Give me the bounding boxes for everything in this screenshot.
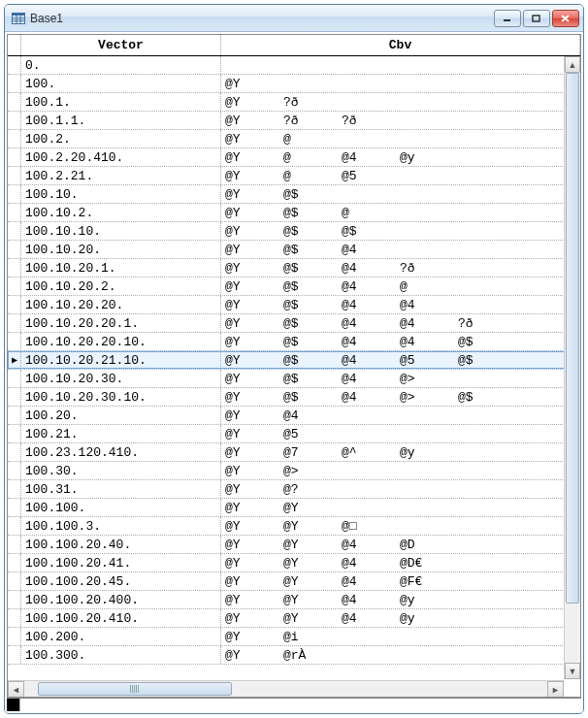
cell-vector[interactable]: 100.100.20.45.: [21, 572, 221, 590]
row-selector[interactable]: [8, 480, 21, 498]
column-header-vector[interactable]: Vector: [21, 35, 221, 55]
cell-vector[interactable]: 100.100.20.41.: [21, 554, 221, 571]
table-row[interactable]: 100.100.@Y@Y: [8, 499, 580, 517]
cell-vector[interactable]: 100.23.120.410.: [21, 443, 221, 461]
row-selector[interactable]: [8, 646, 21, 664]
table-row[interactable]: 100.100.3.@Y@Y@□: [8, 517, 580, 536]
vertical-scrollbar[interactable]: ▲ ▼: [564, 56, 580, 679]
table-row[interactable]: 100.2.20.410.@Y@@4@y: [8, 148, 580, 167]
cell-vector[interactable]: 100.100.: [21, 499, 221, 516]
cell-cbv[interactable]: @Y@@5: [221, 167, 580, 184]
cell-vector[interactable]: 100.2.: [21, 130, 221, 147]
table-row[interactable]: 100.10.@Y@$: [8, 185, 580, 204]
cell-cbv[interactable]: @Y@$@: [221, 204, 580, 221]
row-selector[interactable]: [8, 241, 21, 258]
table-row[interactable]: 100.200.@Y@i: [8, 628, 580, 646]
cell-cbv[interactable]: @Y@$@4@4?ð: [221, 314, 580, 332]
cell-cbv[interactable]: @Y@rÀ: [221, 646, 580, 664]
table-row[interactable]: 100.100.20.410.@Y@Y@4@y: [8, 609, 580, 628]
table-row[interactable]: 100.31.@Y@?: [8, 480, 580, 499]
row-selector[interactable]: [8, 204, 21, 221]
row-selector[interactable]: [8, 222, 21, 240]
table-row[interactable]: 100.100.20.40.@Y@Y@4@D: [8, 536, 580, 554]
cell-cbv[interactable]: @Y?ð: [221, 93, 580, 111]
cell-cbv[interactable]: @Y@Y@4@y: [221, 591, 580, 608]
scroll-right-button[interactable]: ►: [547, 681, 564, 698]
table-row[interactable]: 100.10.20.20.@Y@$@4@4: [8, 296, 580, 314]
horizontal-scrollbar[interactable]: ◄ ►: [8, 680, 564, 697]
table-row[interactable]: 100.10.20.30.@Y@$@4@>: [8, 370, 580, 388]
row-selector[interactable]: [8, 388, 21, 406]
scroll-down-button[interactable]: ▼: [565, 663, 580, 679]
cell-cbv[interactable]: @Y@$@4@4: [221, 296, 580, 313]
cell-vector[interactable]: 100.10.20.30.10.: [21, 388, 221, 406]
cell-cbv[interactable]: @Y@Y@4@y: [221, 609, 580, 627]
table-row[interactable]: 100.2.@Y@: [8, 130, 580, 148]
cell-vector[interactable]: 100.20.: [21, 407, 221, 424]
cell-vector[interactable]: 100.10.: [21, 185, 221, 203]
cell-cbv[interactable]: @Y@$@4?ð: [221, 259, 580, 277]
cell-vector[interactable]: 100.10.20.1.: [21, 259, 221, 277]
cell-vector[interactable]: 100.10.20.21.10.: [21, 351, 221, 369]
row-selector[interactable]: [8, 554, 21, 571]
cell-cbv[interactable]: @Y@7@^@y: [221, 443, 580, 461]
cell-vector[interactable]: 100.10.20.20.10.: [21, 333, 221, 350]
scroll-up-button[interactable]: ▲: [565, 56, 580, 73]
titlebar[interactable]: Base1: [5, 5, 583, 32]
table-row[interactable]: 100.21.@Y@5: [8, 425, 580, 443]
row-selector[interactable]: [8, 517, 21, 535]
hscroll-track[interactable]: [24, 681, 547, 697]
cell-cbv[interactable]: @Y@$@4: [221, 241, 580, 258]
row-selector[interactable]: [8, 499, 21, 516]
cell-vector[interactable]: 100.2.20.410.: [21, 148, 221, 166]
table-row[interactable]: 100.1.@Y?ð: [8, 93, 580, 112]
cell-vector[interactable]: 100.10.10.: [21, 222, 221, 240]
row-selector[interactable]: [8, 56, 21, 74]
row-selector[interactable]: [8, 462, 21, 479]
table-row[interactable]: 100.10.20.@Y@$@4: [8, 241, 580, 259]
table-row[interactable]: 100.@Y: [8, 75, 580, 93]
scroll-left-button[interactable]: ◄: [8, 681, 24, 698]
cell-cbv[interactable]: @Y@Y@4@D€: [221, 554, 580, 571]
cell-cbv[interactable]: @Y?ð?ð: [221, 112, 580, 129]
row-selector[interactable]: [8, 148, 21, 166]
cell-vector[interactable]: 100.100.3.: [21, 517, 221, 535]
row-selector[interactable]: [8, 259, 21, 277]
cell-cbv[interactable]: @Y@Y@4@F€: [221, 572, 580, 590]
row-selector[interactable]: [8, 407, 21, 424]
table-row[interactable]: 100.100.20.41.@Y@Y@4@D€: [8, 554, 580, 572]
row-selector[interactable]: [8, 443, 21, 461]
close-button[interactable]: [552, 10, 579, 27]
cell-cbv[interactable]: @Y@5: [221, 425, 580, 442]
table-row[interactable]: 100.10.10.@Y@$@$: [8, 222, 580, 241]
cell-vector[interactable]: 100.1.: [21, 93, 221, 111]
cell-cbv[interactable]: @Y@Y@4@D: [221, 536, 580, 553]
cell-vector[interactable]: 100.10.20.20.: [21, 296, 221, 313]
cell-vector[interactable]: 100.200.: [21, 628, 221, 645]
table-row[interactable]: 100.10.20.20.1.@Y@$@4@4?ð: [8, 314, 580, 333]
cell-vector[interactable]: 100.10.2.: [21, 204, 221, 221]
row-selector[interactable]: [8, 536, 21, 553]
cell-cbv[interactable]: @Y@$@4@4@$: [221, 333, 580, 350]
cell-vector[interactable]: 100.1.1.: [21, 112, 221, 129]
cell-cbv[interactable]: @Y@Y: [221, 499, 580, 516]
row-selector[interactable]: [8, 185, 21, 203]
cell-vector[interactable]: 100.2.21.: [21, 167, 221, 184]
cell-vector[interactable]: 0.: [21, 56, 221, 74]
table-row[interactable]: 100.10.20.20.10.@Y@$@4@4@$: [8, 333, 580, 351]
row-selector[interactable]: [8, 609, 21, 627]
cell-cbv[interactable]: @Y@$@4@>@$: [221, 388, 580, 406]
row-selector-header[interactable]: [8, 35, 21, 55]
table-row[interactable]: 100.10.20.30.10.@Y@$@4@>@$: [8, 388, 580, 407]
table-row[interactable]: 100.10.20.2.@Y@$@4@: [8, 277, 580, 296]
row-selector[interactable]: [8, 425, 21, 442]
table-row[interactable]: 100.100.20.45.@Y@Y@4@F€: [8, 572, 580, 591]
cell-vector[interactable]: 100.100.20.410.: [21, 609, 221, 627]
nav-marker[interactable]: [7, 699, 20, 711]
table-row[interactable]: 100.30.@Y@>: [8, 462, 580, 480]
row-selector[interactable]: ▶: [8, 351, 21, 369]
maximize-button[interactable]: [523, 10, 550, 27]
table-row[interactable]: 0.: [8, 56, 580, 75]
cell-vector[interactable]: 100.21.: [21, 425, 221, 442]
table-row[interactable]: ▶100.10.20.21.10.@Y@$@4@5@$: [8, 351, 580, 370]
